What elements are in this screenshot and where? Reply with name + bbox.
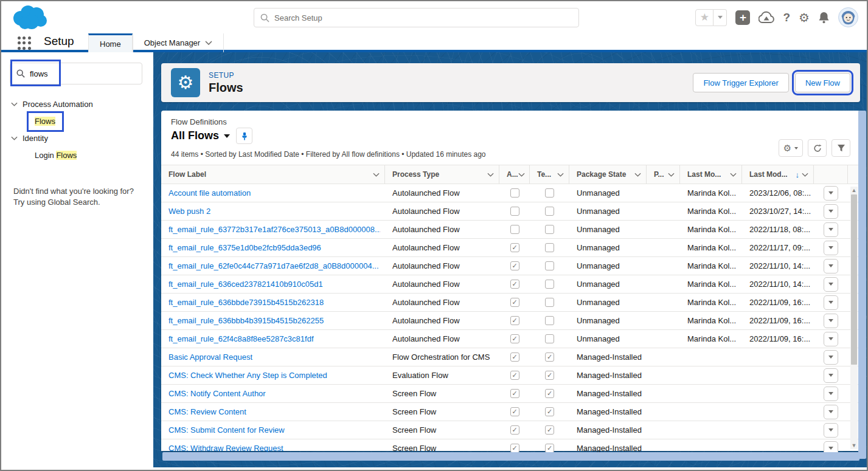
row-actions-button[interactable] <box>824 222 838 237</box>
favorites-menu-button[interactable] <box>713 9 727 26</box>
row-actions-button[interactable] <box>824 295 838 310</box>
row-actions-button[interactable] <box>824 387 838 401</box>
flow-label-link[interactable]: CMS: Review Content <box>168 407 246 416</box>
active-checkbox[interactable] <box>510 207 519 216</box>
template-checkbox[interactable] <box>545 425 554 435</box>
flow-label-link[interactable]: ft_email_rule_636ced237821410b910c05d1 <box>168 280 323 289</box>
active-checkbox[interactable] <box>510 425 519 435</box>
new-flow-button[interactable]: New Flow <box>795 73 850 92</box>
template-checkbox[interactable] <box>545 207 554 216</box>
template-checkbox[interactable] <box>545 261 554 270</box>
list-settings-button[interactable]: ⚙ <box>779 139 803 157</box>
flow-label-link[interactable]: CMS: Check Whether Any Step is Completed <box>168 371 327 380</box>
column-header[interactable]: A... ↓ <box>499 165 530 184</box>
active-checkbox[interactable] <box>510 261 519 270</box>
template-checkbox[interactable] <box>545 298 554 307</box>
global-search-input[interactable] <box>274 13 572 22</box>
column-header[interactable]: Flow Label ↓ <box>161 165 385 184</box>
active-checkbox[interactable] <box>510 334 519 343</box>
active-checkbox[interactable] <box>510 444 519 453</box>
row-actions-button[interactable] <box>824 277 838 292</box>
column-header[interactable]: Process Type ↓ <box>385 165 499 184</box>
template-checkbox[interactable] <box>545 371 554 380</box>
row-actions-button[interactable] <box>824 314 838 328</box>
active-checkbox[interactable] <box>510 316 519 325</box>
flow-label-link[interactable]: ft_email_rule_63772b317e1af276ce375013_a… <box>168 225 380 234</box>
template-checkbox[interactable] <box>545 188 554 198</box>
active-checkbox[interactable] <box>510 371 519 380</box>
page-horizontal-scrollbar[interactable] <box>162 452 859 461</box>
active-checkbox[interactable] <box>510 298 519 307</box>
active-checkbox[interactable] <box>510 352 519 362</box>
active-checkbox[interactable] <box>510 280 519 289</box>
tab-object-manager[interactable]: Object Manager <box>133 33 224 52</box>
flow-label-link[interactable]: Web push 2 <box>168 207 210 216</box>
help-button[interactable]: ? <box>783 11 790 24</box>
app-launcher-icon[interactable] <box>18 36 31 50</box>
flow-label-link[interactable]: ft_email_rule_62fe0c44c77a971d7ae6f2d8_a… <box>168 261 379 270</box>
tree-section-process-automation[interactable]: Process Automation <box>1 96 153 112</box>
template-checkbox[interactable] <box>545 389 554 398</box>
active-checkbox[interactable] <box>510 243 519 252</box>
flow-label-link[interactable]: CMS: Submit Content for Review <box>168 425 285 435</box>
template-checkbox[interactable] <box>545 352 554 362</box>
process-type-cell: Screen Flow <box>385 403 499 421</box>
flow-label-link[interactable]: ft_email_rule_636bbb4b3915b4515b262255 <box>168 316 324 325</box>
list-view-selector[interactable]: All Flows <box>171 129 230 142</box>
active-checkbox[interactable] <box>510 407 519 416</box>
row-actions-button[interactable] <box>824 186 838 201</box>
template-checkbox[interactable] <box>545 334 554 343</box>
row-actions-button[interactable] <box>824 241 838 255</box>
template-checkbox[interactable] <box>545 444 554 453</box>
flow-label-link[interactable]: Basic Approval Request <box>168 352 252 362</box>
row-actions-button[interactable] <box>824 350 838 365</box>
column-header[interactable]: ↓ <box>814 165 848 184</box>
column-header[interactable]: Last Mo... ↓ <box>680 165 742 184</box>
column-header[interactable]: P... ↓ <box>647 165 680 184</box>
filter-button[interactable] <box>832 139 850 157</box>
flow-label-link[interactable]: Account file automation <box>168 188 251 198</box>
flow-label-link[interactable]: ft_email_rule_62f4c8a8f8ee5287c3c81fdf <box>168 334 314 343</box>
flow-label-link[interactable]: ft_email_rule_636bbde73915b4515b262318 <box>168 298 324 307</box>
row-actions-button[interactable] <box>824 368 838 383</box>
template-checkbox[interactable] <box>545 316 554 325</box>
user-avatar[interactable] <box>838 7 858 27</box>
favorites-button[interactable]: ★ <box>695 9 713 26</box>
template-checkbox[interactable] <box>545 407 554 416</box>
page-vertical-scrollbar[interactable] <box>858 111 866 459</box>
template-checkbox[interactable] <box>545 280 554 289</box>
column-header[interactable]: Package State ↓ <box>569 165 647 184</box>
template-checkbox[interactable] <box>545 243 554 252</box>
column-header[interactable]: Last Mod... ↓ <box>742 165 814 184</box>
active-checkbox[interactable] <box>510 389 519 398</box>
scroll-down-icon[interactable]: ▼ <box>852 442 857 449</box>
row-actions-button[interactable] <box>824 259 838 273</box>
row-actions-button[interactable] <box>824 332 838 346</box>
scrollbar-thumb[interactable] <box>851 194 857 365</box>
scroll-up-icon[interactable]: ▲ <box>852 187 857 194</box>
active-checkbox[interactable] <box>510 188 519 198</box>
refresh-button[interactable] <box>808 139 827 157</box>
flow-label-link[interactable]: CMS: Notify Content Author <box>168 389 266 398</box>
quick-create-button[interactable]: + <box>735 10 750 25</box>
tree-item-flows[interactable]: Flows <box>1 112 153 130</box>
active-checkbox[interactable] <box>510 225 519 234</box>
pin-list-view-button[interactable] <box>236 128 252 144</box>
flow-label-link[interactable]: CMS: Withdraw Review Request <box>168 444 283 453</box>
flow-trigger-explorer-button[interactable]: Flow Trigger Explorer <box>693 73 789 92</box>
row-actions-button[interactable] <box>824 423 838 438</box>
guidance-center-button[interactable] <box>759 11 774 24</box>
sidebar-search-input[interactable] <box>30 69 103 78</box>
notifications-button[interactable] <box>818 12 830 24</box>
row-actions-button[interactable] <box>824 204 838 219</box>
setup-gear-button[interactable]: ⚙ <box>799 12 810 24</box>
template-checkbox[interactable] <box>545 225 554 234</box>
table-vertical-scrollbar[interactable]: ▲ ▼ <box>850 187 858 449</box>
tree-item-login-flows[interactable]: Login Flows <box>1 146 153 164</box>
column-header[interactable]: Te... ↓ <box>530 165 569 184</box>
tab-home[interactable]: Home <box>88 33 133 52</box>
row-actions-button[interactable] <box>824 405 838 419</box>
package-cell <box>647 257 680 275</box>
tree-section-identity[interactable]: Identity <box>1 130 153 146</box>
flow-label-link[interactable]: ft_email_rule_6375e1d0be2fcb95dda3ed96 <box>168 243 321 252</box>
